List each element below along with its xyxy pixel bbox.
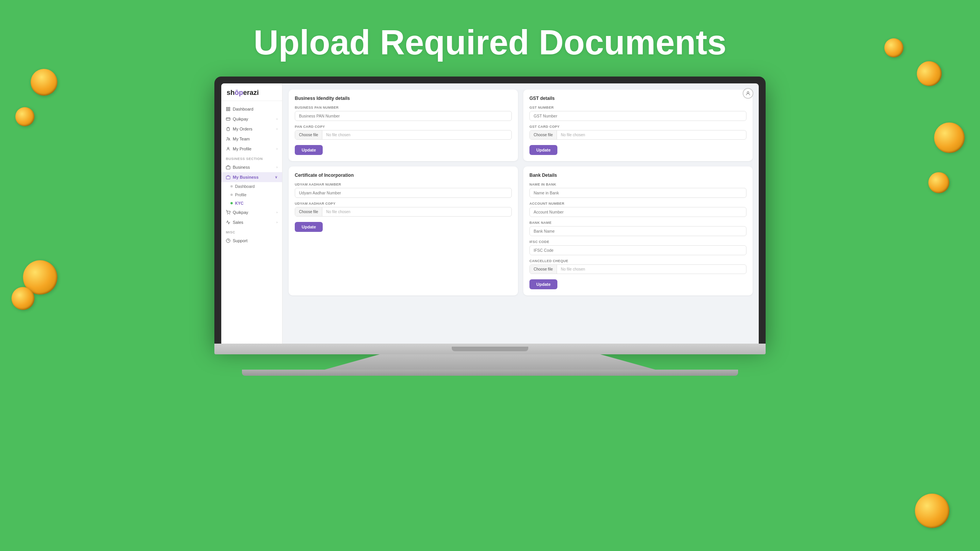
cancelled-cheque-file-text: No file chosen	[557, 265, 746, 274]
pan-card-choose-btn[interactable]: Choose file	[295, 130, 322, 139]
udyam-copy-label: UDYAM AADHAR COPY	[295, 202, 512, 205]
sidebar-item-myprofile[interactable]: My Profile ›	[221, 144, 282, 154]
gst-details-update-btn[interactable]: Update	[529, 145, 557, 155]
business-identity-title: Business Idendity details	[295, 96, 512, 101]
udyam-number-label: UDYAM AADHAR NUMBER	[295, 183, 512, 186]
mybusiness-arrow: ∨	[275, 175, 278, 179]
ifsc-code-group: IFSC CODE	[529, 240, 746, 255]
sidebar-item-quikpay[interactable]: Quikpay ›	[221, 114, 282, 124]
laptop-notch	[452, 347, 528, 351]
sidebar: shōperazi Dashboard Quikpay	[221, 83, 283, 344]
cancelled-cheque-group: CANCELLED CHEQUE Choose file No file cho…	[529, 259, 746, 274]
myorders-arrow: ›	[276, 127, 278, 131]
pan-card-file-row: Choose file No file chosen	[295, 130, 512, 140]
sidebar-item-dashboard[interactable]: Dashboard	[221, 104, 282, 114]
gst-card-copy-group: GST CARD COPY Choose file No file chosen	[529, 125, 746, 140]
svg-rect-1	[229, 108, 230, 109]
ifsc-code-input[interactable]	[529, 245, 746, 255]
bank-details-update-btn[interactable]: Update	[529, 279, 557, 289]
quikpay-arrow: ›	[276, 117, 278, 121]
svg-rect-0	[227, 108, 228, 109]
sidebar-label-sales: Sales	[233, 220, 243, 225]
gst-details-title: GST details	[529, 96, 746, 101]
business-icon	[226, 165, 230, 170]
gst-number-input[interactable]	[529, 111, 746, 121]
svg-rect-4	[226, 118, 230, 121]
cancelled-cheque-file-row: Choose file No file chosen	[529, 264, 746, 274]
udyam-copy-choose-btn[interactable]: Choose file	[295, 207, 322, 216]
myprofile-arrow: ›	[276, 147, 278, 151]
sub-dot-kyc	[230, 202, 233, 204]
sidebar-item-support[interactable]: Support	[221, 236, 282, 246]
bank-details-title: Bank Details	[529, 173, 746, 178]
bank-name-input[interactable]	[529, 226, 746, 236]
sidebar-item-sales[interactable]: Sales ›	[221, 217, 282, 227]
pan-card-copy-group: PAN CARD COPY Choose file No file chosen	[295, 125, 512, 140]
sub-dot-dashboard	[230, 185, 233, 187]
support-icon	[226, 238, 230, 243]
laptop-foot	[242, 370, 738, 376]
app-layout: shōperazi Dashboard Quikpay	[221, 83, 759, 344]
svg-rect-6	[228, 127, 229, 128]
user-icon-btn[interactable]	[743, 88, 753, 99]
pan-number-input[interactable]	[295, 111, 512, 121]
udyam-number-group: UDYAM AADHAR NUMBER	[295, 183, 512, 198]
sales-icon	[226, 220, 230, 225]
screen-bezel: shōperazi Dashboard Quikpay	[214, 77, 766, 344]
certificate-update-btn[interactable]: Update	[295, 222, 323, 232]
sidebar-label-myorders: My Orders	[233, 127, 252, 131]
laptop-stand	[214, 354, 766, 370]
gst-card-file-text: No file chosen	[557, 130, 746, 139]
profile-icon	[226, 147, 230, 151]
team-icon	[226, 137, 230, 141]
svg-rect-11	[226, 176, 230, 179]
udyam-copy-group: UDYAM AADHAR COPY Choose file No file ch…	[295, 202, 512, 217]
udyam-copy-file-row: Choose file No file chosen	[295, 207, 512, 217]
business-arrow: ›	[276, 165, 278, 169]
sidebar-sub-kyc[interactable]: KYC	[221, 199, 282, 207]
udyam-copy-file-text: No file chosen	[322, 207, 511, 216]
laptop-screen: shōperazi Dashboard Quikpay	[221, 83, 759, 344]
udyam-number-input[interactable]	[295, 188, 512, 198]
account-number-label: ACCOUNT NUMBER	[529, 202, 746, 205]
sidebar-item-myorders[interactable]: My Orders ›	[221, 124, 282, 134]
sidebar-item-business[interactable]: Business ›	[221, 162, 282, 172]
account-number-group: ACCOUNT NUMBER	[529, 202, 746, 217]
business-identity-update-btn[interactable]: Update	[295, 145, 323, 155]
laptop-base	[214, 344, 766, 354]
orders-icon	[226, 127, 230, 131]
gst-card-copy-label: GST CARD COPY	[529, 125, 746, 129]
logo-area: shōperazi	[221, 83, 282, 101]
card-certificate: Certificate of Incorporation UDYAM AADHA…	[289, 166, 518, 295]
sidebar-label-mybusiness: My Business	[233, 175, 258, 179]
sidebar-item-myteam[interactable]: My Team	[221, 134, 282, 144]
account-number-input[interactable]	[529, 207, 746, 217]
quikpay-icon	[226, 117, 230, 121]
pan-card-file-text: No file chosen	[322, 130, 511, 139]
sidebar-sub-dashboard[interactable]: Dashboard	[221, 182, 282, 191]
card-bank-details: Bank Details NAME IN BANK ACCOUNT NUMBER…	[523, 166, 753, 295]
sidebar-label-quikpay2: Quikpay	[233, 210, 248, 215]
sidebar-label-dashboard: Dashboard	[233, 107, 253, 111]
main-content: Business Idendity details BUSINESS PAN N…	[283, 83, 759, 344]
quikpay2-arrow: ›	[276, 210, 278, 214]
sidebar-item-mybusiness[interactable]: My Business ∨	[221, 172, 282, 182]
sidebar-item-quikpay2[interactable]: Quikpay ›	[221, 207, 282, 217]
svg-point-9	[227, 147, 229, 149]
cancelled-cheque-choose-btn[interactable]: Choose file	[530, 265, 557, 274]
mybusiness-icon	[226, 175, 230, 179]
sidebar-label-myprofile: My Profile	[233, 147, 252, 151]
ifsc-code-label: IFSC CODE	[529, 240, 746, 244]
pan-card-copy-label: PAN CARD COPY	[295, 125, 512, 129]
misc-section-label: MISC	[221, 227, 282, 236]
bank-name-label: BANK NAME	[529, 221, 746, 225]
sidebar-sub-label-kyc: KYC	[235, 201, 243, 205]
card-gst-details: GST details GST NUMBER GST CARD COPY Cho…	[523, 90, 753, 161]
sidebar-sub-label-dashboard: Dashboard	[235, 184, 255, 189]
gst-card-choose-btn[interactable]: Choose file	[530, 130, 557, 139]
card-business-identity: Business Idendity details BUSINESS PAN N…	[289, 90, 518, 161]
sidebar-label-support: Support	[233, 238, 248, 243]
sidebar-sub-profile[interactable]: Profile	[221, 191, 282, 199]
name-in-bank-group: NAME IN BANK	[529, 183, 746, 198]
name-in-bank-input[interactable]	[529, 188, 746, 198]
